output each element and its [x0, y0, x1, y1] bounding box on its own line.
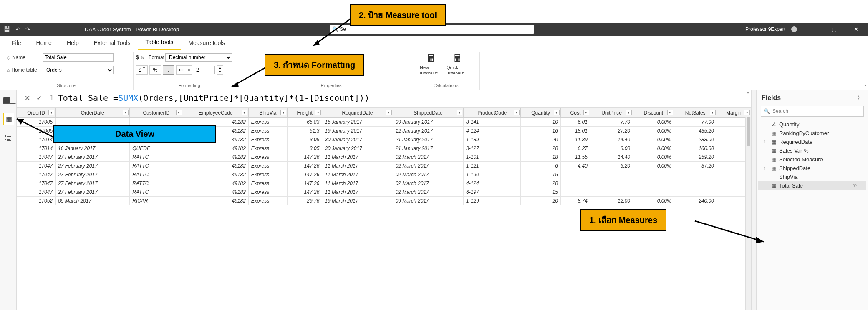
data-view-icon[interactable]: ▦ [3, 113, 14, 125]
cell[interactable]: Express [248, 179, 287, 188]
cell[interactable]: 18.01 [560, 127, 590, 135]
cell[interactable]: 6.20 [590, 162, 633, 170]
redo-icon[interactable]: ↷ [25, 26, 30, 32]
cell[interactable]: 147.26 [288, 188, 322, 197]
cell[interactable]: 49182 [183, 197, 248, 205]
cell[interactable]: 1-121 [464, 162, 521, 170]
cell[interactable]: 02 March 2017 [393, 153, 463, 162]
tab-measure-tools[interactable]: Measure tools [181, 36, 232, 50]
cell[interactable]: 15 [521, 170, 560, 179]
cell[interactable]: 12 January 2017 [393, 127, 463, 135]
cell[interactable]: 0.00% [633, 127, 674, 135]
cell[interactable]: 15 January 2017 [322, 118, 393, 127]
column-header[interactable]: Margin▾ [717, 108, 751, 118]
cell[interactable]: RATTC [130, 153, 183, 162]
cell[interactable]: 17014 [17, 135, 56, 144]
cell[interactable]: 11.55 [560, 153, 590, 162]
cell[interactable] [590, 179, 633, 188]
minimize-button[interactable]: — [803, 26, 820, 32]
formula-bar[interactable]: 1 Total Sale = SUMX(Orders,[UnitPrice]*[… [46, 91, 751, 105]
cell[interactable]: 259.20 [674, 153, 717, 162]
filter-icon[interactable]: ▾ [583, 110, 589, 115]
table-row[interactable]: 1704727 February 2017RATTC49182Express14… [17, 153, 751, 162]
cell[interactable]: 147.26 [288, 153, 322, 162]
filter-icon[interactable]: ▾ [176, 110, 182, 115]
cell[interactable]: RICAR [130, 197, 183, 205]
cell[interactable]: 37.20 [674, 162, 717, 170]
formula-expand[interactable]: ˅ [747, 92, 749, 97]
field-item[interactable]: ▦Total Sale👁 ⋯ [758, 181, 866, 190]
cell[interactable]: 17005 [17, 127, 56, 135]
table-row[interactable]: 1704727 February 2017RATTC49182Express14… [17, 179, 751, 188]
cell[interactable] [674, 179, 717, 188]
cell[interactable]: 0.00% [633, 153, 674, 162]
column-header[interactable]: Cost▾ [560, 108, 590, 118]
commit-formula[interactable]: ✓ [34, 92, 43, 103]
filter-icon[interactable]: ▾ [242, 110, 247, 115]
tab-table-tools[interactable]: Table tools [138, 36, 181, 50]
field-item[interactable]: ShipVia [758, 172, 866, 181]
column-header[interactable]: ShipVia▾ [248, 108, 287, 118]
cell[interactable] [560, 170, 590, 179]
cell[interactable]: 21 January 2017 [393, 144, 463, 153]
column-header[interactable]: RequiredDate▾ [322, 108, 393, 118]
cell[interactable] [560, 188, 590, 197]
cell[interactable]: 27 February 2017 [56, 162, 130, 170]
cell[interactable]: 17047 [17, 188, 56, 197]
cancel-formula[interactable]: ✕ [23, 92, 32, 103]
cell[interactable]: 4-124 [464, 179, 521, 188]
cell[interactable]: 49182 [183, 188, 248, 197]
cell[interactable] [674, 188, 717, 197]
cell[interactable]: 27 February 2017 [56, 170, 130, 179]
home-table-select[interactable]: Orders [43, 66, 114, 74]
column-header[interactable]: NetSales▾ [674, 108, 717, 118]
cell[interactable]: Express [248, 197, 287, 205]
fields-search[interactable]: 🔍Search [761, 106, 864, 117]
cell[interactable]: 1-101 [464, 153, 521, 162]
cell[interactable]: 11.89 [560, 135, 590, 144]
close-button[interactable]: ✕ [848, 26, 865, 32]
cell[interactable]: 11 March 2017 [322, 153, 393, 162]
cell[interactable] [633, 170, 674, 179]
decimals-down[interactable]: ▼ [217, 70, 223, 74]
cell[interactable]: 20 [521, 197, 560, 205]
visualizations-collapsed[interactable] [751, 90, 756, 310]
field-item[interactable]: ▦Selected Measure [758, 155, 866, 164]
filter-icon[interactable]: ▾ [744, 110, 750, 115]
tab-help[interactable]: Help [59, 36, 86, 50]
table-row[interactable]: 1704727 February 2017RATTC49182Express14… [17, 170, 751, 179]
filter-icon[interactable]: ▾ [280, 110, 286, 115]
format-select[interactable]: Decimal number [165, 53, 232, 62]
cell[interactable]: Express [248, 188, 287, 197]
cell[interactable]: 3.05 [288, 135, 322, 144]
filter-icon[interactable]: ▾ [667, 110, 673, 115]
cell[interactable]: Express [248, 162, 287, 170]
cell[interactable]: 77.00 [674, 118, 717, 127]
column-header[interactable]: CustomerID▾ [130, 108, 183, 118]
cell[interactable]: 51.3 [288, 127, 322, 135]
cell[interactable]: 29.76 [288, 197, 322, 205]
cell[interactable]: 6.27 [560, 144, 590, 153]
tab-external-tools[interactable]: External Tools [86, 36, 138, 50]
cell[interactable]: 20 [521, 144, 560, 153]
cell[interactable]: 0.00% [633, 144, 674, 153]
cell[interactable]: 10 [521, 118, 560, 127]
filter-icon[interactable]: ▾ [48, 110, 54, 115]
cell[interactable]: 3.05 [288, 144, 322, 153]
cell[interactable]: 0.00% [633, 162, 674, 170]
ribbon-collapse[interactable]: ˄ [864, 84, 866, 89]
cell[interactable]: 8.00 [590, 144, 633, 153]
cell[interactable]: 19 January 2017 [322, 127, 393, 135]
cell[interactable]: 0.00% [633, 197, 674, 205]
cell[interactable]: 7.70 [590, 118, 633, 127]
cell[interactable]: 17047 [17, 170, 56, 179]
field-item[interactable]: 〉▦ShippedDate [758, 164, 866, 172]
cell[interactable]: 19 March 2017 [322, 197, 393, 205]
search-box[interactable]: 🔍 Se [330, 25, 534, 34]
model-view-icon[interactable]: ⿻ [3, 132, 14, 144]
cell[interactable]: 27.20 [590, 127, 633, 135]
filter-icon[interactable]: ▾ [554, 110, 560, 115]
cell[interactable]: 49182 [183, 153, 248, 162]
percent-button[interactable]: % [149, 65, 161, 75]
cell[interactable]: 02 March 2017 [393, 162, 463, 170]
